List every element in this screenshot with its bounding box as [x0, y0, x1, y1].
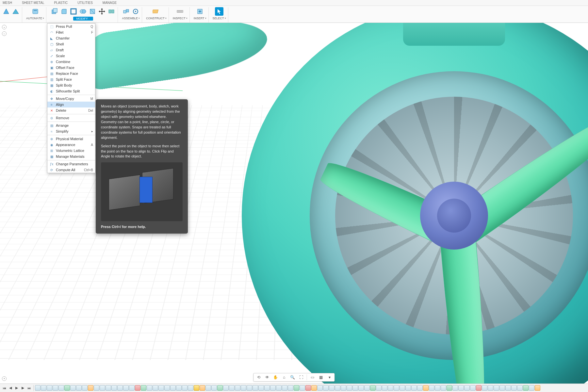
design-icon-2[interactable] — [11, 7, 20, 16]
timeline-feature[interactable] — [305, 385, 311, 391]
modify-shell-icon[interactable] — [69, 7, 78, 16]
timeline-feature[interactable] — [270, 385, 276, 391]
timeline-feature[interactable] — [264, 385, 270, 391]
assemble-joint-icon[interactable] — [131, 7, 140, 16]
timeline-feature[interactable] — [488, 385, 493, 391]
timeline-feature[interactable] — [517, 385, 523, 391]
menu-item-remove[interactable]: ⊖Remove — [47, 115, 95, 121]
comments-toggle-button[interactable]: • — [2, 376, 7, 381]
construct-plane-icon[interactable] — [152, 7, 160, 16]
timeline-feature[interactable] — [123, 385, 129, 391]
ribbon-label-insert[interactable]: INSERT — [194, 17, 204, 20]
timeline-feature[interactable] — [376, 385, 382, 391]
timeline-feature[interactable] — [370, 385, 376, 391]
timeline-feature[interactable] — [405, 385, 411, 391]
menu-item-split-face[interactable]: ▥Split Face — [47, 76, 95, 82]
inspect-measure-icon[interactable] — [176, 7, 184, 16]
timeline-feature[interactable] — [352, 385, 358, 391]
timeline-feature[interactable] — [129, 385, 135, 391]
ribbon-label-construct[interactable]: CONSTRUCT — [146, 17, 165, 20]
timeline-feature[interactable] — [223, 385, 229, 391]
timeline-feature[interactable] — [300, 385, 305, 391]
timeline-feature[interactable] — [70, 385, 76, 391]
timeline-feature[interactable] — [429, 385, 434, 391]
modify-replace-icon[interactable] — [88, 7, 97, 16]
timeline-feature[interactable] — [435, 385, 440, 391]
timeline-feature[interactable] — [476, 385, 482, 391]
timeline-feature[interactable] — [505, 385, 511, 391]
menu-item-change-parameters[interactable]: ƒxChange Parameters — [47, 161, 95, 167]
modify-align-icon[interactable] — [107, 7, 116, 16]
menu-item-replace-face[interactable]: ▤Replace Face — [47, 71, 95, 76]
timeline-feature[interactable] — [335, 385, 340, 391]
timeline-feature[interactable] — [358, 385, 364, 391]
home-icon[interactable]: ⌂ — [281, 374, 287, 380]
timeline-feature[interactable] — [511, 385, 517, 391]
timeline-feature[interactable] — [176, 385, 182, 391]
menu-item-arrange[interactable]: ▤Arrange — [47, 122, 95, 128]
timeline-feature[interactable] — [94, 385, 99, 391]
menu-item-physical-material[interactable]: ⊛Physical Material — [47, 136, 95, 142]
timeline-feature[interactable] — [64, 385, 70, 391]
zoom-icon[interactable]: 🔍 — [290, 374, 296, 380]
timeline-play-button[interactable]: ▶ — [14, 385, 20, 391]
timeline-feature[interactable] — [106, 385, 111, 391]
timeline-feature[interactable] — [141, 385, 146, 391]
expand-browser-button[interactable]: • — [2, 25, 7, 29]
menu-item-appearance[interactable]: ◉AppearanceA — [47, 142, 95, 148]
timeline-feature[interactable] — [253, 385, 258, 391]
timeline-feature[interactable] — [100, 385, 105, 391]
timeline-feature[interactable] — [182, 385, 188, 391]
timeline-feature[interactable] — [329, 385, 335, 391]
modify-combine-icon[interactable] — [79, 7, 87, 16]
timeline-feature[interactable] — [194, 385, 199, 391]
timeline-feature[interactable] — [411, 385, 417, 391]
tab-manage[interactable]: MANAGE — [103, 1, 117, 5]
fit-icon[interactable]: ⛶ — [298, 374, 304, 380]
timeline-end-button[interactable]: ⏭ — [26, 385, 32, 391]
timeline-feature[interactable] — [188, 385, 193, 391]
nav-more-icon[interactable]: ▾ — [327, 374, 333, 380]
timeline-feature[interactable] — [135, 385, 140, 391]
design-icon[interactable] — [2, 7, 10, 16]
menu-item-compute-all[interactable]: ⟳Compute AllCtrl+B — [47, 167, 95, 173]
menu-item-offset-face[interactable]: ▣Offset Face — [47, 65, 95, 71]
timeline-feature[interactable] — [147, 385, 152, 391]
pan-icon[interactable]: ✋ — [273, 374, 279, 380]
expand-comments-button[interactable]: ○ — [2, 31, 7, 36]
timeline-feature[interactable] — [229, 385, 235, 391]
timeline-feature[interactable] — [88, 385, 93, 391]
menu-item-simplify[interactable]: ≈Simplify▸ — [47, 128, 95, 134]
timeline-feature[interactable] — [347, 385, 352, 391]
menu-item-delete[interactable]: ✕DeleteDel — [47, 107, 95, 113]
ribbon-label-automate[interactable]: AUTOMATE — [26, 17, 42, 20]
timeline-feature[interactable] — [400, 385, 405, 391]
automate-icon[interactable] — [31, 7, 40, 16]
ribbon-label-modify[interactable]: MODIFY — [76, 17, 88, 20]
menu-item-split-body[interactable]: ▦Split Body — [47, 82, 95, 88]
menu-item-press-pull[interactable]: ⬚Press PullQ — [47, 24, 95, 29]
menu-item-silhouette-split[interactable]: ◐Silhouette Split — [47, 88, 95, 94]
timeline-feature[interactable] — [311, 385, 317, 391]
timeline-feature[interactable] — [200, 385, 205, 391]
timeline-feature[interactable] — [417, 385, 423, 391]
display-settings-icon[interactable]: ▭ — [310, 374, 316, 380]
timeline-feature[interactable] — [535, 385, 540, 391]
ribbon-label-assemble[interactable]: ASSEMBLE — [122, 17, 138, 20]
timeline-feature[interactable] — [211, 385, 217, 391]
menu-item-fillet[interactable]: ◠FilletF — [47, 29, 95, 35]
timeline-feature[interactable] — [282, 385, 287, 391]
timeline-feature[interactable] — [247, 385, 252, 391]
timeline-feature[interactable] — [41, 385, 46, 391]
timeline-feature[interactable] — [470, 385, 476, 391]
modify-presspull-icon[interactable] — [50, 7, 59, 16]
timeline-feature[interactable] — [288, 385, 293, 391]
menu-item-move-copy[interactable]: ✥Move/CopyM — [47, 96, 95, 102]
timeline-feature[interactable] — [76, 385, 82, 391]
ribbon-label-inspect[interactable]: INSPECT — [173, 17, 186, 20]
timeline-feature[interactable] — [58, 385, 64, 391]
timeline-next-button[interactable]: ▶ — [20, 385, 26, 391]
timeline-feature[interactable] — [364, 385, 370, 391]
timeline-feature[interactable] — [294, 385, 299, 391]
timeline-feature[interactable] — [258, 385, 264, 391]
